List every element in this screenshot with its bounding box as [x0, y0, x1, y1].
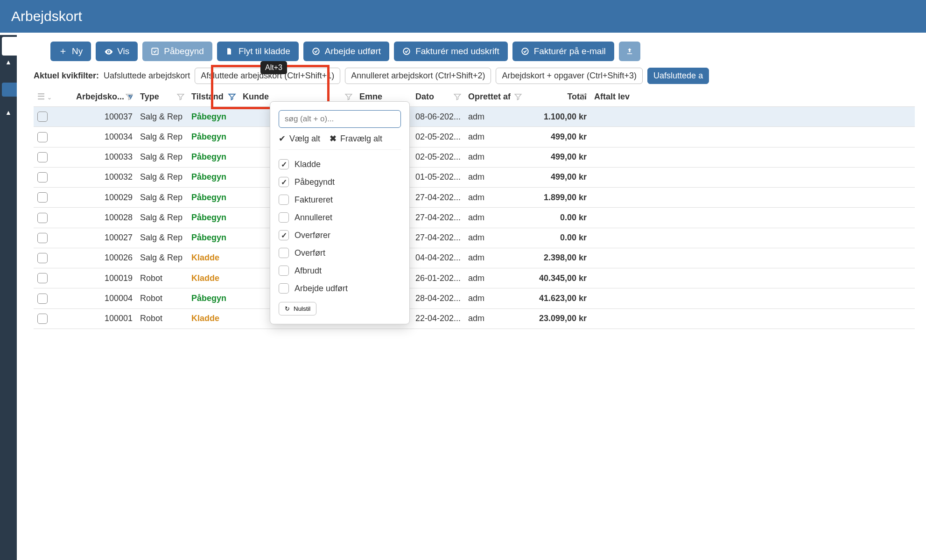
page-title-bar: Arbejdskort [0, 0, 926, 33]
page-title: Arbejdskort [11, 8, 82, 24]
